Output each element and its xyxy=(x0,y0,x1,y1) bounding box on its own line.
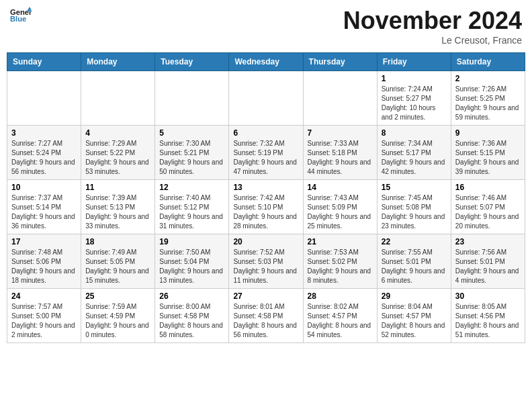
day-info: Sunrise: 7:37 AMSunset: 5:14 PMDaylight:… xyxy=(11,193,77,231)
calendar-cell: 12Sunrise: 7:40 AMSunset: 5:12 PMDayligh… xyxy=(155,180,229,234)
day-info: Sunrise: 7:50 AMSunset: 5:04 PMDaylight:… xyxy=(159,248,224,285)
svg-text:Blue: Blue xyxy=(10,15,26,23)
calendar-cell: 24Sunrise: 7:57 AMSunset: 5:00 PMDayligh… xyxy=(7,289,81,343)
day-info: Sunrise: 7:56 AMSunset: 5:01 PMDaylight:… xyxy=(455,248,521,285)
calendar-cell: 27Sunrise: 8:01 AMSunset: 4:58 PMDayligh… xyxy=(229,289,303,343)
weekday-header-saturday: Saturday xyxy=(451,53,525,71)
calendar-cell: 19Sunrise: 7:50 AMSunset: 5:04 PMDayligh… xyxy=(155,234,229,289)
day-info: Sunrise: 7:30 AMSunset: 5:21 PMDaylight:… xyxy=(159,139,224,177)
calendar-week-row: 17Sunrise: 7:48 AMSunset: 5:06 PMDayligh… xyxy=(7,234,525,289)
calendar-cell xyxy=(81,71,155,126)
calendar-week-row: 1Sunrise: 7:24 AMSunset: 5:27 PMDaylight… xyxy=(7,71,525,126)
calendar-cell: 11Sunrise: 7:39 AMSunset: 5:13 PMDayligh… xyxy=(81,180,155,234)
day-info: Sunrise: 7:52 AMSunset: 5:03 PMDaylight:… xyxy=(233,248,298,285)
day-number: 6 xyxy=(233,128,298,138)
location: Le Creusot, France xyxy=(343,35,522,46)
weekday-header-monday: Monday xyxy=(81,53,155,71)
day-number: 9 xyxy=(455,128,521,138)
day-info: Sunrise: 7:36 AMSunset: 5:15 PMDaylight:… xyxy=(455,139,521,177)
day-info: Sunrise: 7:55 AMSunset: 5:01 PMDaylight:… xyxy=(382,248,447,285)
day-info: Sunrise: 7:57 AMSunset: 5:00 PMDaylight:… xyxy=(11,302,77,340)
day-info: Sunrise: 7:42 AMSunset: 5:10 PMDaylight:… xyxy=(233,193,298,231)
calendar-cell: 21Sunrise: 7:53 AMSunset: 5:02 PMDayligh… xyxy=(303,234,377,289)
weekday-header-tuesday: Tuesday xyxy=(155,53,229,71)
day-number: 22 xyxy=(382,237,447,246)
weekday-header-thursday: Thursday xyxy=(303,53,377,71)
weekday-header-wednesday: Wednesday xyxy=(229,53,303,71)
day-number: 4 xyxy=(85,128,150,138)
calendar-cell xyxy=(7,71,81,126)
day-number: 18 xyxy=(85,237,150,246)
calendar-cell: 28Sunrise: 8:02 AMSunset: 4:57 PMDayligh… xyxy=(303,289,377,343)
day-number: 5 xyxy=(159,128,224,138)
day-info: Sunrise: 7:27 AMSunset: 5:24 PMDaylight:… xyxy=(11,139,77,177)
calendar-header: SundayMondayTuesdayWednesdayThursdayFrid… xyxy=(7,53,525,71)
calendar-cell: 4Sunrise: 7:29 AMSunset: 5:22 PMDaylight… xyxy=(81,126,155,180)
day-number: 25 xyxy=(85,291,150,301)
calendar-cell: 22Sunrise: 7:55 AMSunset: 5:01 PMDayligh… xyxy=(377,234,451,289)
day-info: Sunrise: 7:43 AMSunset: 5:09 PMDaylight:… xyxy=(308,193,373,231)
month-title: November 2024 xyxy=(343,7,522,35)
calendar-cell: 16Sunrise: 7:46 AMSunset: 5:07 PMDayligh… xyxy=(451,180,525,234)
calendar-cell: 14Sunrise: 7:43 AMSunset: 5:09 PMDayligh… xyxy=(303,180,377,234)
calendar-cell: 10Sunrise: 7:37 AMSunset: 5:14 PMDayligh… xyxy=(7,180,81,234)
calendar-cell: 20Sunrise: 7:52 AMSunset: 5:03 PMDayligh… xyxy=(229,234,303,289)
day-number: 7 xyxy=(308,128,373,138)
calendar-cell xyxy=(229,71,303,126)
day-number: 2 xyxy=(455,74,521,83)
calendar-cell: 17Sunrise: 7:48 AMSunset: 5:06 PMDayligh… xyxy=(7,234,81,289)
weekday-header-sunday: Sunday xyxy=(7,53,81,71)
day-number: 30 xyxy=(455,291,521,301)
weekday-header-friday: Friday xyxy=(377,53,451,71)
day-number: 3 xyxy=(11,128,77,138)
calendar-week-row: 10Sunrise: 7:37 AMSunset: 5:14 PMDayligh… xyxy=(7,180,525,234)
day-number: 29 xyxy=(382,291,447,301)
day-number: 10 xyxy=(11,183,77,192)
calendar-cell: 29Sunrise: 8:04 AMSunset: 4:57 PMDayligh… xyxy=(377,289,451,343)
day-number: 15 xyxy=(382,183,447,192)
day-info: Sunrise: 7:53 AMSunset: 5:02 PMDaylight:… xyxy=(308,248,373,285)
calendar-cell: 6Sunrise: 7:32 AMSunset: 5:19 PMDaylight… xyxy=(229,126,303,180)
day-info: Sunrise: 8:05 AMSunset: 4:56 PMDaylight:… xyxy=(455,302,521,340)
day-info: Sunrise: 7:49 AMSunset: 5:05 PMDaylight:… xyxy=(85,248,150,285)
day-number: 19 xyxy=(159,237,224,246)
day-number: 8 xyxy=(382,128,447,138)
day-number: 1 xyxy=(382,74,447,83)
day-number: 28 xyxy=(308,291,373,301)
calendar-cell: 2Sunrise: 7:26 AMSunset: 5:25 PMDaylight… xyxy=(451,71,525,126)
day-number: 21 xyxy=(308,237,373,246)
day-info: Sunrise: 7:29 AMSunset: 5:22 PMDaylight:… xyxy=(85,139,150,177)
day-number: 27 xyxy=(233,291,298,301)
day-info: Sunrise: 7:34 AMSunset: 5:17 PMDaylight:… xyxy=(382,139,447,177)
day-number: 12 xyxy=(159,183,224,192)
day-number: 11 xyxy=(85,183,150,192)
calendar-cell: 18Sunrise: 7:49 AMSunset: 5:05 PMDayligh… xyxy=(81,234,155,289)
calendar-cell xyxy=(155,71,229,126)
calendar-cell: 1Sunrise: 7:24 AMSunset: 5:27 PMDaylight… xyxy=(377,71,451,126)
day-number: 26 xyxy=(159,291,224,301)
day-number: 24 xyxy=(11,291,77,301)
day-number: 23 xyxy=(455,237,521,246)
day-info: Sunrise: 8:04 AMSunset: 4:57 PMDaylight:… xyxy=(382,302,447,340)
day-info: Sunrise: 7:33 AMSunset: 5:18 PMDaylight:… xyxy=(308,139,373,177)
calendar-body: 1Sunrise: 7:24 AMSunset: 5:27 PMDaylight… xyxy=(7,71,525,343)
calendar-cell: 25Sunrise: 7:59 AMSunset: 4:59 PMDayligh… xyxy=(81,289,155,343)
calendar-cell: 9Sunrise: 7:36 AMSunset: 5:15 PMDaylight… xyxy=(451,126,525,180)
calendar-week-row: 3Sunrise: 7:27 AMSunset: 5:24 PMDaylight… xyxy=(7,126,525,180)
calendar-week-row: 24Sunrise: 7:57 AMSunset: 5:00 PMDayligh… xyxy=(7,289,525,343)
day-info: Sunrise: 8:02 AMSunset: 4:57 PMDaylight:… xyxy=(308,302,373,340)
title-block: November 2024 Le Creusot, France xyxy=(343,7,522,46)
day-info: Sunrise: 7:26 AMSunset: 5:25 PMDaylight:… xyxy=(455,85,521,122)
day-number: 14 xyxy=(308,183,373,192)
logo: General Blue xyxy=(10,7,32,26)
calendar-cell: 23Sunrise: 7:56 AMSunset: 5:01 PMDayligh… xyxy=(451,234,525,289)
day-number: 13 xyxy=(233,183,298,192)
calendar-cell: 7Sunrise: 7:33 AMSunset: 5:18 PMDaylight… xyxy=(303,126,377,180)
day-info: Sunrise: 7:39 AMSunset: 5:13 PMDaylight:… xyxy=(85,193,150,231)
day-info: Sunrise: 8:01 AMSunset: 4:58 PMDaylight:… xyxy=(233,302,298,340)
day-info: Sunrise: 7:48 AMSunset: 5:06 PMDaylight:… xyxy=(11,248,77,285)
day-info: Sunrise: 7:24 AMSunset: 5:27 PMDaylight:… xyxy=(382,85,447,122)
day-info: Sunrise: 7:45 AMSunset: 5:08 PMDaylight:… xyxy=(382,193,447,231)
page-header: General Blue November 2024 Le Creusot, F… xyxy=(7,7,525,46)
day-info: Sunrise: 8:00 AMSunset: 4:58 PMDaylight:… xyxy=(159,302,224,340)
